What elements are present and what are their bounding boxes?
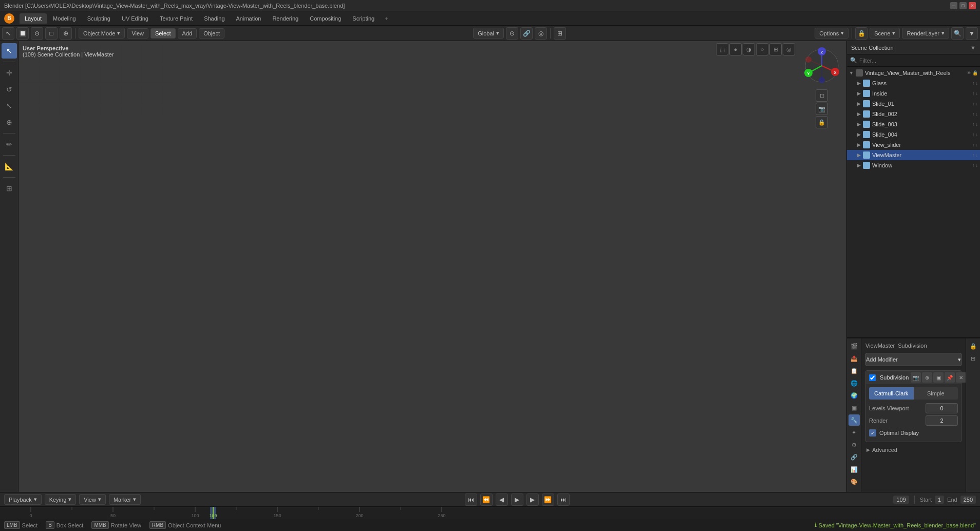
play-button[interactable]: ▶ [511,494,523,506]
prev-frame-button[interactable]: ⏪ [480,494,493,506]
optimal-display-checkbox[interactable]: ✓ [869,429,876,437]
lock-camera-button[interactable]: 🔒 [816,116,828,128]
select-tool-button[interactable]: ↖ [2,43,17,59]
global-dropdown[interactable]: Global ▾ [473,28,504,39]
jump-start-button[interactable]: ⏮ [465,494,477,506]
outliner-item-viewmaster[interactable]: ▶ ViewMaster ↑ ↓ [847,150,980,160]
minimize-button[interactable]: ─ [950,2,957,9]
zoom-to-fit-button[interactable]: ⊡ [816,89,828,102]
orientation-gizmo[interactable]: Z X Y [801,45,842,86]
outliner-collection[interactable]: ▼ Vintage_View_Master_with_Reels 👁 🔒 [847,68,980,78]
modifier-viewport-btn[interactable]: ▣ [933,372,944,383]
end-frame-input[interactable]: 250 [960,496,976,504]
options-dropdown[interactable]: Options ▾ [815,28,849,39]
viewport-shading-wireframe[interactable]: ⬚ [716,43,728,55]
tl-view-dropdown[interactable]: View ▾ [79,494,106,505]
prev-keyframe-button[interactable]: ◀ [496,494,508,506]
mode-dropdown[interactable]: Object Mode ▾ [79,28,125,39]
maximize-button[interactable]: □ [959,2,967,9]
search-icon[interactable]: 🔍 [951,27,964,40]
scene-properties-btn[interactable]: 🌐 [849,377,860,389]
renderlayer-dropdown[interactable]: RenderLayer ▾ [902,28,949,39]
scale-tool-button[interactable]: ⤡ [2,98,17,113]
camera-view-button[interactable]: 📷 [816,103,828,115]
jump-end-button[interactable]: ⏭ [557,494,570,506]
select-menu[interactable]: Select [150,28,176,39]
render-input[interactable]: 2 [926,415,958,426]
modifier-render-btn[interactable]: ⊕ [922,372,932,383]
viewport-shading-material[interactable]: ◑ [743,43,755,55]
current-frame-display[interactable]: 109 [893,496,909,504]
tab-modeling[interactable]: Modeling [48,13,81,24]
snap-icon[interactable]: 🔲 [16,27,29,40]
3d-viewport[interactable]: Slide-Master [18,41,846,492]
props-lock-btn[interactable]: 🔒 [968,340,979,352]
constraints-properties-btn[interactable]: 🔗 [849,451,860,463]
tab-animation[interactable]: Animation [231,13,267,24]
object-menu[interactable]: Object [199,28,224,39]
outliner-search-input[interactable] [859,58,977,64]
proportional-icon[interactable]: ⊙ [31,27,43,40]
modifier-delete-btn[interactable]: ✕ [956,372,966,383]
viewport-shading-render[interactable]: ○ [756,43,768,55]
measure-tool-button[interactable]: 📐 [2,159,17,174]
output-properties-btn[interactable]: 📤 [849,353,860,364]
move-tool-button[interactable]: ✛ [2,65,17,81]
render-properties-btn[interactable]: 🎬 [849,340,860,352]
next-keyframe-button[interactable]: ▶ [526,494,539,506]
modifier-pin-btn[interactable]: 📌 [945,372,955,383]
lock-icon[interactable]: 🔒 [855,27,868,40]
rotate-tool-button[interactable]: ↺ [2,82,17,97]
outliner-item-inside[interactable]: ▶ Inside ↑ ↓ [847,88,980,99]
keying-dropdown[interactable]: Keying ▾ [45,494,77,505]
pivot-icon[interactable]: ⊙ [506,27,518,40]
next-frame-button[interactable]: ⏩ [542,494,554,506]
particle-properties-btn[interactable]: ✦ [849,427,860,438]
playback-dropdown[interactable]: Playback ▾ [4,494,42,505]
modifier-camera-btn[interactable]: 📷 [911,372,921,383]
add-menu[interactable]: Add [178,28,197,39]
simple-button[interactable]: Simple [914,387,958,400]
view-layer-btn[interactable]: 📋 [849,365,860,376]
marker-dropdown[interactable]: Marker ▾ [109,494,141,505]
tab-shading[interactable]: Shading [199,13,230,24]
world-properties-btn[interactable]: 🌍 [849,390,860,401]
material-properties-btn[interactable]: 🎨 [849,476,860,487]
outliner-item-slide004[interactable]: ▶ Slide_004 ↑ ↓ [847,129,980,140]
advanced-section[interactable]: ▶ Advanced [865,444,962,456]
tab-layout[interactable]: Layout [20,13,47,24]
viewport-xray-toggle[interactable]: ◎ [783,43,795,55]
outliner-filter-icon[interactable]: ▼ [970,45,976,51]
overlay-icon[interactable]: ⊞ [554,27,566,40]
catmull-clark-button[interactable]: Catmull-Clark [869,387,914,400]
tab-scripting[interactable]: Scripting [347,13,380,24]
tab-sculpting[interactable]: Sculpting [82,13,116,24]
viewport-shading-solid[interactable]: ● [729,43,742,55]
outliner-item-glass[interactable]: ▶ Glass ↑ ↓ [847,78,980,88]
start-frame-input[interactable]: 1 [935,496,944,504]
object-properties-btn[interactable]: ▣ [849,402,860,413]
physics-properties-btn[interactable]: ⚙ [849,439,860,450]
tab-rendering[interactable]: Rendering [267,13,304,24]
modifier-properties-btn active[interactable]: 🔧 [849,414,860,426]
outliner-item-view-slider[interactable]: ▶ View_slider ↑ ↓ [847,140,980,150]
modifier-toggle[interactable] [869,374,876,381]
view-menu[interactable]: View [127,28,148,39]
annotate-tool-button[interactable]: ✏ [2,137,17,152]
tab-compositing[interactable]: Compositing [305,13,346,24]
transform-tool-button[interactable]: ⊕ [2,115,17,130]
levels-viewport-input[interactable]: 0 [926,403,958,413]
outliner-item-window[interactable]: ▶ Window ↑ ↓ [847,160,980,170]
add-workspace-button[interactable]: + [381,13,392,24]
snap-toggle-icon[interactable]: 🔗 [520,27,533,40]
outliner-item-slide002[interactable]: ▶ Slide_002 ↑ ↓ [847,109,980,119]
scene-dropdown[interactable]: Scene ▾ [870,28,900,39]
outliner-item-slide01[interactable]: ▶ Slide_01 ↑ ↓ [847,99,980,109]
filter-icon[interactable]: ▼ [966,27,978,40]
outliner-item-slide003[interactable]: ▶ Slide_003 ↑ ↓ [847,119,980,129]
add-modifier-button[interactable]: Add Modifier ▾ [865,353,962,366]
transform-mode-icon[interactable]: ↖ [2,27,14,40]
props-expand-btn[interactable]: ⊞ [968,353,979,364]
tool-icon-2[interactable]: ⊕ [60,27,72,40]
add-object-button[interactable]: ⊞ [2,181,17,196]
